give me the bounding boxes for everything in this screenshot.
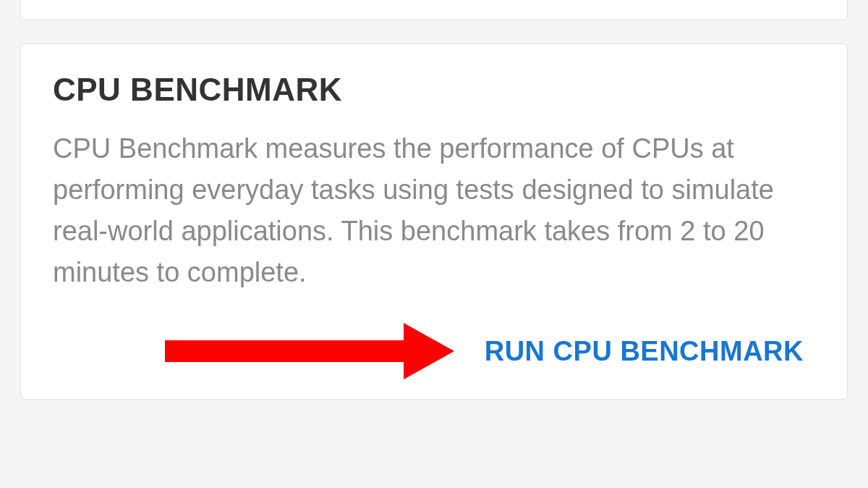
card-actions: RUN CPU BENCHMARK	[53, 329, 815, 373]
card-title: CPU BENCHMARK	[53, 72, 815, 108]
card-description: CPU Benchmark measures the performance o…	[53, 128, 815, 293]
run-cpu-benchmark-button[interactable]: RUN CPU BENCHMARK	[473, 330, 815, 373]
cpu-benchmark-card: CPU BENCHMARK CPU Benchmark measures the…	[20, 43, 848, 400]
svg-marker-1	[404, 323, 454, 379]
previous-card-partial	[20, 0, 848, 20]
svg-rect-0	[165, 340, 404, 362]
arrow-right-icon	[165, 323, 454, 379]
